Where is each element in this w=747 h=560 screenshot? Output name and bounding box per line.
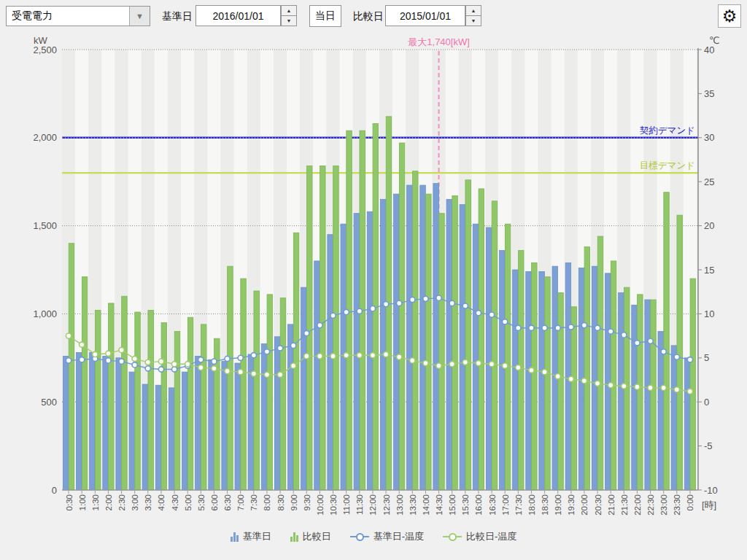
svg-text:11:00: 11:00 (342, 494, 351, 515)
compare-day-bars-icon (290, 532, 298, 542)
svg-text:8:00: 8:00 (263, 494, 271, 510)
settings-button[interactable]: ⚙ (718, 4, 741, 28)
svg-text:[時]: [時] (702, 499, 716, 510)
svg-text:6:00: 6:00 (210, 494, 219, 510)
svg-text:1:00: 1:00 (78, 494, 87, 510)
toolbar: 受電電力 ▼ 基準日 2016/01/01 ▲ ▼ 当日 比較日 2015/01… (0, 0, 747, 32)
gear-icon: ⚙ (722, 8, 738, 25)
chevron-down-icon[interactable]: ▼ (129, 7, 150, 26)
metric-dropdown[interactable]: 受電電力 ▼ (6, 6, 150, 26)
svg-text:15:00: 15:00 (448, 494, 457, 516)
legend-item-compare-temp: 比較日-温度 (443, 530, 516, 543)
legend-item-base-day: 基準日 (231, 530, 271, 543)
legend-label: 基準日 (243, 530, 271, 543)
compare-temp-line-icon (443, 533, 462, 540)
app-window: 契約デマンド目標デマンド最大1,740[kW]0:301:001:302:002… (0, 0, 747, 560)
svg-text:23:00: 23:00 (659, 494, 668, 516)
svg-text:21:30: 21:30 (620, 494, 629, 516)
svg-text:9:00: 9:00 (290, 494, 298, 510)
svg-text:4:00: 4:00 (157, 494, 166, 510)
svg-text:10: 10 (704, 308, 714, 319)
svg-text:-10: -10 (704, 485, 718, 496)
svg-text:目標デマンド: 目標デマンド (640, 160, 695, 171)
svg-text:4:30: 4:30 (171, 494, 179, 510)
svg-text:10:00: 10:00 (316, 494, 325, 516)
y-axis-left: 05001,0001,5002,0002,500kW (33, 35, 57, 496)
svg-text:18:00: 18:00 (527, 494, 536, 516)
svg-text:14:00: 14:00 (422, 494, 430, 516)
compare-date-input[interactable]: 2015/01/01 (385, 5, 465, 26)
svg-text:0:00: 0:00 (686, 494, 694, 510)
svg-text:500: 500 (41, 397, 57, 408)
svg-text:2,000: 2,000 (33, 132, 57, 143)
base-date-spin-down-button[interactable]: ▼ (281, 16, 297, 26)
svg-text:22:30: 22:30 (646, 494, 655, 516)
svg-text:0: 0 (52, 485, 57, 496)
svg-text:10:30: 10:30 (329, 494, 338, 516)
svg-text:16:00: 16:00 (474, 494, 483, 516)
compare-date-value: 2015/01/01 (400, 10, 451, 22)
compare-date-spinner: ▲ ▼ (465, 5, 481, 26)
svg-text:20:00: 20:00 (580, 494, 589, 516)
legend-item-compare-day: 比較日 (290, 530, 331, 543)
svg-text:1:30: 1:30 (91, 494, 100, 510)
svg-text:25: 25 (704, 176, 714, 187)
svg-text:-5: -5 (704, 440, 713, 451)
svg-text:19:30: 19:30 (567, 494, 576, 516)
base-date-spin-up-button[interactable]: ▲ (281, 5, 297, 16)
svg-text:15:30: 15:30 (461, 494, 470, 516)
base-date-value: 2016/01/01 (212, 10, 263, 22)
svg-text:7:00: 7:00 (236, 494, 245, 510)
legend-label: 比較日 (303, 530, 331, 543)
metric-dropdown-value: 受電電力 (7, 9, 129, 23)
svg-text:16:30: 16:30 (488, 494, 497, 516)
svg-text:22:00: 22:00 (633, 494, 642, 516)
today-button[interactable]: 当日 (309, 5, 341, 27)
svg-text:13:30: 13:30 (409, 494, 417, 516)
power-demand-chart: 契約デマンド目標デマンド最大1,740[kW]0:301:001:302:002… (0, 0, 747, 560)
base-temp-line-icon (350, 533, 369, 540)
compare-date-label: 比較日 (353, 10, 384, 23)
svg-text:12:30: 12:30 (382, 494, 391, 516)
x-axis: 0:301:001:302:002:303:003:304:004:305:00… (62, 490, 716, 516)
legend-label: 比較日-温度 (466, 530, 516, 543)
svg-text:1,500: 1,500 (33, 220, 57, 231)
svg-text:2:00: 2:00 (104, 494, 113, 510)
svg-text:21:00: 21:00 (607, 494, 616, 516)
svg-text:1,000: 1,000 (33, 308, 57, 319)
svg-text:13:00: 13:00 (395, 494, 404, 516)
svg-text:3:30: 3:30 (144, 494, 152, 510)
svg-text:0:30: 0:30 (65, 494, 74, 510)
base-date-input[interactable]: 2016/01/01 (196, 5, 281, 26)
svg-text:19:00: 19:00 (554, 494, 562, 516)
chart-legend: 基準日 比較日 基準日-温度 比較日-温度 (0, 530, 747, 543)
svg-text:6:30: 6:30 (223, 494, 232, 510)
svg-text:17:30: 17:30 (514, 494, 523, 516)
svg-text:20: 20 (704, 220, 714, 231)
legend-label: 基準日-温度 (374, 530, 424, 543)
svg-text:30: 30 (704, 132, 714, 143)
compare-date-spin-up-button[interactable]: ▲ (465, 5, 481, 16)
svg-text:5: 5 (704, 352, 709, 363)
svg-text:11:30: 11:30 (355, 494, 364, 515)
svg-text:9:30: 9:30 (303, 494, 311, 510)
base-date-label: 基準日 (162, 10, 193, 23)
svg-text:18:30: 18:30 (541, 494, 549, 516)
svg-text:5:00: 5:00 (184, 494, 193, 510)
svg-text:2:30: 2:30 (117, 494, 126, 510)
svg-text:8:30: 8:30 (276, 494, 285, 510)
svg-text:20:30: 20:30 (594, 494, 603, 516)
svg-text:7:30: 7:30 (249, 494, 258, 510)
base-day-bars-icon (231, 532, 239, 542)
svg-text:14:30: 14:30 (435, 494, 444, 516)
svg-text:23:30: 23:30 (673, 494, 681, 516)
svg-text:最大1,740[kW]: 最大1,740[kW] (408, 36, 470, 47)
svg-text:kW: kW (34, 35, 48, 46)
svg-text:契約デマンド: 契約デマンド (640, 125, 695, 136)
svg-text:3:00: 3:00 (131, 494, 139, 510)
svg-text:17:00: 17:00 (501, 494, 510, 516)
svg-text:15: 15 (704, 265, 714, 276)
compare-date-spin-down-button[interactable]: ▼ (465, 16, 481, 26)
legend-item-base-temp: 基準日-温度 (350, 530, 424, 543)
svg-text:35: 35 (704, 88, 714, 99)
